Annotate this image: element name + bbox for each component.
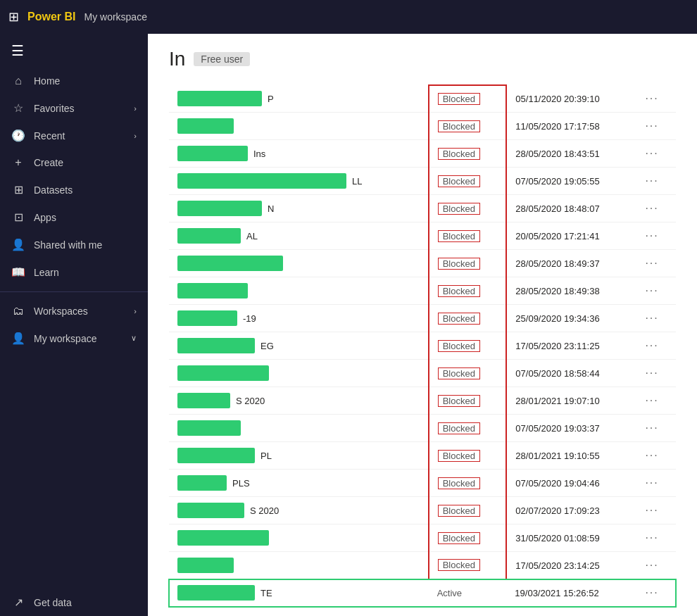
status-badge: Blocked: [438, 120, 480, 132]
table-row: LLBlocked07/05/2020 19:05:55···: [169, 168, 676, 195]
more-options-button[interactable]: ···: [645, 92, 658, 104]
sidebar-item-recent[interactable]: 🕐 Recent ›: [0, 122, 148, 149]
table-row: S 2020Blocked28/01/2021 19:07:10···: [169, 387, 676, 415]
sidebar: ☰ ⌂ Home ☆ Favorites › 🕐 Recent › + Crea…: [0, 0, 148, 616]
data-table: PBlocked05/11/2020 20:39:10···Blocked11/…: [169, 84, 676, 607]
timestamp-cell: 28/05/2020 18:48:07: [506, 195, 636, 222]
name-bar: [177, 91, 262, 106]
more-options-button[interactable]: ···: [645, 394, 658, 406]
more-options-button[interactable]: ···: [645, 559, 658, 571]
timestamp-cell: 02/07/2020 17:09:23: [506, 497, 636, 524]
more-options-button[interactable]: ···: [645, 284, 658, 296]
status-cell: Blocked: [429, 113, 507, 140]
timestamp-cell: 31/05/2020 01:08:59: [506, 524, 636, 552]
datasets-icon: ⊞: [11, 183, 25, 196]
status-badge: Blocked: [438, 93, 480, 105]
more-options-button[interactable]: ···: [645, 339, 658, 351]
sidebar-label-apps: Apps: [34, 212, 56, 223]
table-row: Blocked28/05/2020 18:49:38···: [169, 277, 676, 305]
grid-icon[interactable]: ⊞: [8, 9, 19, 25]
sidebar-item-datasets[interactable]: ⊞ Datasets: [0, 176, 148, 203]
name-cell: S 2020: [169, 387, 429, 415]
name-bar: [177, 228, 241, 244]
sidebar-item-get-data[interactable]: ↗ Get data: [0, 589, 148, 616]
name-text: -19: [243, 313, 256, 324]
more-options-button[interactable]: ···: [645, 230, 658, 241]
more-options-button[interactable]: ···: [645, 175, 658, 187]
name-bar: [177, 310, 237, 326]
name-content: AL: [177, 228, 420, 244]
more-options-button[interactable]: ···: [645, 312, 658, 324]
status-badge: Blocked: [438, 505, 480, 517]
table-row: InsBlocked28/05/2020 18:43:51···: [169, 140, 676, 168]
name-content: [177, 530, 420, 546]
name-cell: [169, 415, 429, 442]
sidebar-item-create[interactable]: + Create: [0, 149, 148, 176]
actions-cell: ···: [636, 360, 676, 387]
more-options-button[interactable]: ···: [645, 257, 658, 269]
more-options-button[interactable]: ···: [645, 202, 658, 214]
actions-cell: ···: [636, 497, 676, 524]
more-options-button[interactable]: ···: [645, 586, 658, 598]
name-bar: [177, 146, 248, 161]
timestamp-cell: 20/05/2020 17:21:41: [506, 222, 636, 250]
name-content: TE: [177, 585, 420, 601]
status-badge: Blocked: [438, 395, 480, 407]
more-options-button[interactable]: ···: [645, 120, 658, 132]
name-text: S 2020: [236, 396, 265, 406]
sidebar-item-shared-with-me[interactable]: 👤 Shared with me: [0, 231, 148, 258]
sidebar-item-home[interactable]: ⌂ Home: [0, 68, 148, 94]
sidebar-item-workspaces[interactable]: 🗂 Workspaces ›: [0, 298, 148, 325]
user-badge: Free user: [194, 52, 250, 66]
actions-cell: ···: [636, 470, 676, 497]
status-badge: Blocked: [438, 477, 480, 489]
chevron-right-icon: ›: [134, 104, 137, 113]
name-content: Ins: [177, 146, 420, 161]
more-options-button[interactable]: ···: [645, 504, 658, 516]
more-options-button[interactable]: ···: [645, 147, 658, 159]
status-cell: Blocked: [429, 305, 507, 332]
page-header: In Free user: [169, 48, 676, 70]
status-badge: Blocked: [438, 230, 480, 242]
more-options-button[interactable]: ···: [645, 367, 658, 379]
status-badge: Blocked: [438, 258, 480, 270]
sidebar-item-learn[interactable]: 📖 Learn: [0, 258, 148, 286]
sidebar-item-favorites[interactable]: ☆ Favorites ›: [0, 94, 148, 122]
status-cell: Blocked: [429, 140, 507, 168]
name-content: S 2020: [177, 393, 420, 408]
actions-cell: ···: [636, 250, 676, 277]
status-badge: Blocked: [438, 559, 480, 571]
name-bar: [177, 173, 346, 189]
timestamp-cell: 11/05/2020 17:17:58: [506, 113, 636, 140]
sidebar-toggle[interactable]: ☰: [0, 34, 148, 68]
sidebar-item-apps[interactable]: ⊡ Apps: [0, 203, 148, 231]
status-cell: Blocked: [429, 387, 507, 415]
more-options-button[interactable]: ···: [645, 422, 658, 434]
name-bar: [177, 283, 248, 298]
name-content: [177, 365, 420, 381]
table-row: TEActive19/03/2021 15:26:52···: [169, 579, 676, 607]
name-text: S 2020: [250, 505, 279, 516]
name-cell: P: [169, 85, 429, 113]
name-content: -19: [177, 310, 420, 326]
name-content: [177, 283, 420, 298]
sidebar-item-my-workspace[interactable]: 👤 My workspace ∨: [0, 325, 148, 352]
sidebar-label-my-workspace: My workspace: [34, 333, 96, 344]
table-row: ALBlocked20/05/2020 17:21:41···: [169, 222, 676, 250]
name-cell: N: [169, 195, 429, 222]
status-cell: Blocked: [429, 415, 507, 442]
actions-cell: ···: [636, 442, 676, 470]
name-content: [177, 256, 420, 271]
status-cell: Blocked: [429, 442, 507, 470]
more-options-button[interactable]: ···: [645, 449, 658, 461]
table-row: Blocked07/05/2020 19:03:37···: [169, 415, 676, 442]
name-bar: [177, 338, 255, 353]
status-badge: Blocked: [438, 175, 480, 187]
more-options-button[interactable]: ···: [645, 477, 658, 489]
more-options-button[interactable]: ···: [645, 532, 658, 543]
name-bar: [177, 201, 262, 216]
create-icon: +: [11, 156, 25, 169]
name-cell: LL: [169, 168, 429, 195]
name-bar: [177, 256, 283, 271]
favorites-icon: ☆: [11, 101, 25, 115]
